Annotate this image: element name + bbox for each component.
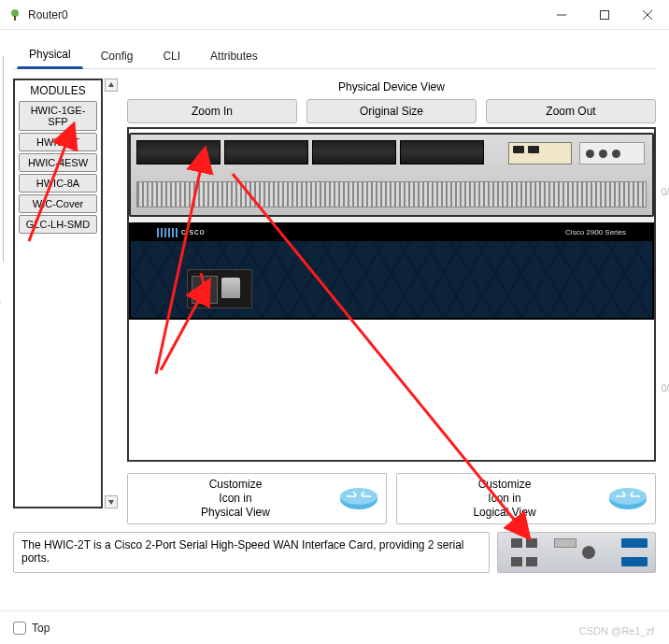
top-checkbox[interactable] [13,622,26,635]
titlebar: Router0 [0,0,669,30]
maximize-button[interactable] [583,0,626,29]
tab-cli[interactable]: CLI [150,45,192,68]
modules-header: MODULES [15,80,101,99]
modules-scroll-up[interactable] [105,79,118,92]
router-icon [337,483,380,515]
module-item[interactable]: HWIC-8A [19,174,97,193]
hwic-slot[interactable] [400,140,484,165]
installed-module[interactable] [187,269,252,308]
module-thumbnail[interactable] [497,532,656,573]
hwic-slot[interactable] [312,140,396,165]
svg-marker-6 [108,82,114,87]
hwic-slot[interactable] [224,140,308,165]
module-item[interactable]: HWIC-4ESW [19,153,97,172]
hwic-slot[interactable] [136,140,221,165]
series-label: Cisco 2900 Series [565,228,626,236]
svg-rect-3 [601,10,609,19]
tab-bar: Physical Config CLI Attributes [0,30,669,68]
modules-scroll-down[interactable] [105,495,118,508]
minimize-button[interactable] [540,0,583,29]
customize-logical-view[interactable]: Customize Icon in Logical View [396,473,656,524]
svg-point-0 [11,9,19,17]
customize-physical-view[interactable]: Customize Icon in Physical View [127,473,387,524]
chassis-bottom[interactable]: cisco Cisco 2900 Series [129,222,654,320]
physical-device-viewport[interactable]: cisco Cisco 2900 Series [127,127,656,462]
brand-label: cisco [157,227,206,237]
svg-point-11 [609,488,647,505]
customize-label: Physical View [134,506,337,520]
aux-ports[interactable] [579,142,645,165]
customize-label: Icon in [134,492,337,506]
zoom-in-button[interactable]: Zoom In [127,99,297,123]
watermark: CSDN @Re1_zf [579,625,654,637]
svg-point-9 [340,488,377,505]
module-item[interactable]: WIC-Cover [19,194,97,213]
app-icon [7,7,22,22]
close-button[interactable] [626,0,669,29]
original-size-button[interactable]: Original Size [306,99,477,123]
module-item[interactable]: HWIC-2T [19,133,97,151]
svg-marker-7 [108,500,114,505]
module-item[interactable]: GLC-LH-SMD [19,215,97,234]
zoom-out-button[interactable]: Zoom Out [486,99,656,123]
module-item[interactable]: HWIC-1GE-SFP [19,101,97,131]
svg-rect-1 [14,16,16,21]
top-checkbox-label: Top [32,622,50,635]
tab-physical[interactable]: Physical [17,43,83,69]
ethernet-ports[interactable] [508,142,572,165]
module-description: The HWIC-2T is a Cisco 2-Port Serial Hig… [13,532,490,573]
modules-panel: MODULES HWIC-1GE-SFP HWIC-2T HWIC-4ESW H… [13,79,103,508]
customize-label: Icon in [403,492,606,506]
customize-label: Customize [134,478,337,492]
customize-label: Customize [403,478,606,492]
chassis-top[interactable] [129,133,654,217]
window-title: Router0 [28,8,540,21]
tab-attributes[interactable]: Attributes [198,45,270,68]
tab-config[interactable]: Config [89,45,146,68]
customize-label: Logical View [403,506,606,520]
vent-grille [136,181,647,208]
router-icon [606,483,649,515]
device-view-label: Physical Device View [127,79,656,95]
bottom-bar: Top [0,610,669,644]
